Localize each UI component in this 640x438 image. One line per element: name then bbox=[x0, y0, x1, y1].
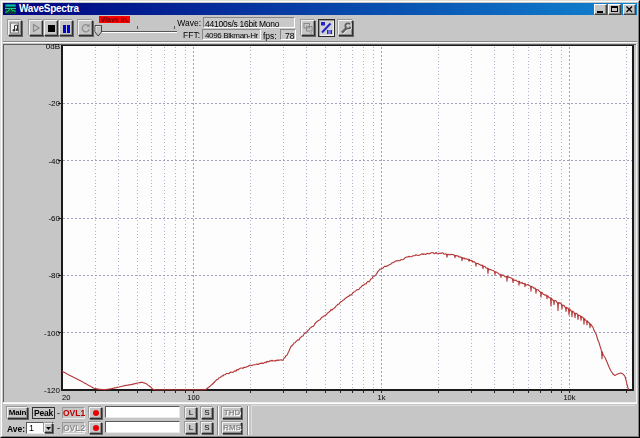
svg-text:-80: -80 bbox=[48, 271, 60, 280]
svg-text:-60: -60 bbox=[48, 214, 60, 223]
svg-text:-40: -40 bbox=[48, 157, 60, 166]
svg-text:20: 20 bbox=[62, 393, 70, 402]
svg-text:10k: 10k bbox=[563, 393, 575, 402]
svg-text:1k: 1k bbox=[378, 393, 386, 402]
svg-text:-120: -120 bbox=[44, 386, 61, 395]
svg-text:-20: -20 bbox=[48, 99, 60, 108]
svg-text:-100: -100 bbox=[44, 329, 61, 338]
svg-text:0dB: 0dB bbox=[46, 43, 60, 51]
svg-text:100: 100 bbox=[187, 393, 200, 402]
